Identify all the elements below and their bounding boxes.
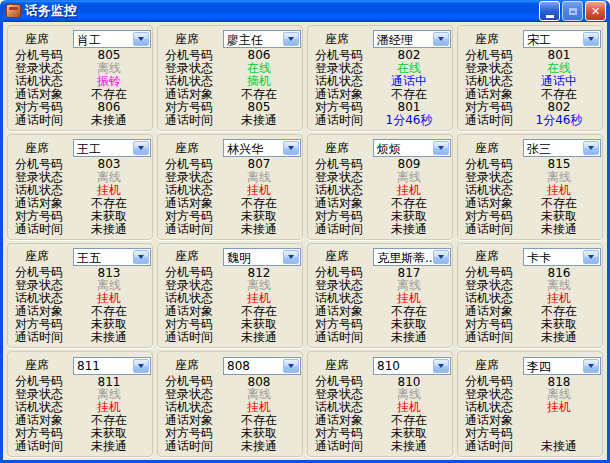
seat-label: 座席 — [15, 140, 73, 157]
seat-select[interactable]: 宋工 — [523, 30, 601, 48]
seat-value: 王工 — [74, 140, 132, 156]
seat-select[interactable]: 810 — [373, 357, 451, 375]
call-duration-label: 通话时间 — [465, 112, 523, 129]
call-duration-value: 未接通 — [373, 329, 445, 346]
chevron-down-icon[interactable] — [283, 32, 299, 46]
call-duration-value: 未接通 — [373, 438, 445, 455]
chevron-down-icon[interactable] — [133, 359, 149, 373]
agent-panel: 座席 808 分机号码 808 登录状态 离线 话机状态 挂机 通话对象 不存在… — [157, 351, 303, 457]
call-duration-value: 未接通 — [223, 329, 295, 346]
agent-panel: 座席 廖主任 分机号码 806 登录状态 在线 话机状态 摘机 通话对象 不存在… — [157, 25, 303, 131]
seat-label: 座席 — [165, 31, 223, 48]
seat-select[interactable]: 张三 — [523, 139, 601, 157]
seat-label: 座席 — [165, 357, 223, 374]
seat-label: 座席 — [315, 357, 373, 374]
call-duration-value: 未接通 — [73, 329, 145, 346]
arrow-glyph — [138, 364, 144, 368]
seat-value: 811 — [74, 358, 132, 374]
titlebar: 话务监控 ✕ — [0, 0, 610, 22]
seat-label: 座席 — [315, 31, 373, 48]
call-duration-row: 通话时间 未接通 — [465, 223, 595, 236]
chevron-down-icon[interactable] — [283, 359, 299, 373]
chevron-down-icon[interactable] — [433, 32, 449, 46]
chevron-down-icon[interactable] — [583, 359, 599, 373]
chevron-down-icon[interactable] — [283, 250, 299, 264]
panels-grid: 座席 肖工 分机号码 805 登录状态 离线 话机状态 振铃 通话对象 不存在 … — [7, 25, 603, 457]
call-duration-label: 通话时间 — [15, 438, 73, 455]
seat-value: 克里斯蒂... — [374, 249, 432, 265]
call-duration-row: 通话时间 未接通 — [315, 223, 445, 236]
seat-value: 潘经理 — [374, 31, 432, 47]
seat-select[interactable]: 克里斯蒂... — [373, 248, 451, 266]
agent-panel: 座席 克里斯蒂... 分机号码 817 登录状态 离线 话机状态 挂机 通话对象… — [307, 243, 453, 349]
call-duration-label: 通话时间 — [315, 329, 373, 346]
agent-panel: 座席 李四 分机号码 818 登录状态 离线 话机状态 挂机 通话对象 对方号码 — [457, 351, 603, 457]
chevron-down-icon[interactable] — [433, 141, 449, 155]
seat-select[interactable]: 811 — [73, 357, 151, 375]
call-duration-value: 未接通 — [223, 112, 295, 129]
call-duration-row: 通话时间 未接通 — [15, 223, 145, 236]
chevron-down-icon[interactable] — [133, 250, 149, 264]
agent-panel: 座席 潘经理 分机号码 802 登录状态 在线 话机状态 通话中 通话对象 不存… — [307, 25, 453, 131]
agent-panel: 座席 肖工 分机号码 805 登录状态 离线 话机状态 振铃 通话对象 不存在 … — [7, 25, 153, 131]
agent-panel: 座席 魏明 分机号码 812 登录状态 离线 话机状态 挂机 通话对象 不存在 … — [157, 243, 303, 349]
agent-panel: 座席 王五 分机号码 813 登录状态 离线 话机状态 挂机 通话对象 不存在 … — [7, 243, 153, 349]
maximize-button[interactable] — [562, 1, 583, 21]
seat-select[interactable]: 潘经理 — [373, 30, 451, 48]
seat-value: 810 — [374, 358, 432, 374]
chevron-down-icon[interactable] — [583, 32, 599, 46]
arrow-glyph — [588, 255, 594, 259]
call-duration-label: 通话时间 — [165, 112, 223, 129]
seat-value: 张三 — [524, 140, 582, 156]
call-duration-value: 未接通 — [373, 221, 445, 238]
seat-select[interactable]: 王工 — [73, 139, 151, 157]
chevron-down-icon[interactable] — [133, 141, 149, 155]
agent-panel: 座席 烦烦 分机号码 809 登录状态 离线 话机状态 挂机 通话对象 不存在 … — [307, 134, 453, 240]
arrow-glyph — [438, 364, 444, 368]
call-duration-value: 未接通 — [73, 221, 145, 238]
minimize-icon — [546, 15, 554, 18]
seat-value: 李四 — [524, 358, 582, 374]
seat-select[interactable]: 王五 — [73, 248, 151, 266]
chevron-down-icon[interactable] — [433, 359, 449, 373]
app-window: 话务监控 ✕ 座席 肖工 分机号码 805 登录状态 离线 话机状态 振铃 — [0, 0, 610, 463]
chevron-down-icon[interactable] — [433, 250, 449, 264]
chevron-down-icon[interactable] — [583, 141, 599, 155]
agent-panel: 座席 宋工 分机号码 801 登录状态 在线 话机状态 通话中 通话对象 不存在… — [457, 25, 603, 131]
chevron-down-icon[interactable] — [583, 250, 599, 264]
seat-label: 座席 — [315, 248, 373, 265]
seat-select[interactable]: 廖主任 — [223, 30, 301, 48]
arrow-glyph — [138, 37, 144, 41]
client-area: 座席 肖工 分机号码 805 登录状态 离线 话机状态 振铃 通话对象 不存在 … — [3, 22, 607, 460]
arrow-glyph — [438, 37, 444, 41]
window-title: 话务监控 — [25, 2, 539, 20]
arrow-glyph — [438, 146, 444, 150]
call-duration-label: 通话时间 — [465, 329, 523, 346]
seat-select[interactable]: 卡卡 — [523, 248, 601, 266]
call-duration-row: 通话时间 未接通 — [15, 114, 145, 127]
chevron-down-icon[interactable] — [283, 141, 299, 155]
call-duration-label: 通话时间 — [165, 329, 223, 346]
seat-select[interactable]: 林兴华 — [223, 139, 301, 157]
chevron-down-icon[interactable] — [133, 32, 149, 46]
seat-label: 座席 — [315, 140, 373, 157]
call-duration-label: 通话时间 — [165, 438, 223, 455]
seat-value: 808 — [224, 358, 282, 374]
seat-value: 卡卡 — [524, 249, 582, 265]
seat-select[interactable]: 魏明 — [223, 248, 301, 266]
agent-panel: 座席 张三 分机号码 815 登录状态 离线 话机状态 挂机 通话对象 不存在 … — [457, 134, 603, 240]
seat-select[interactable]: 烦烦 — [373, 139, 451, 157]
call-duration-value: 1分46秒 — [523, 112, 595, 129]
seat-select[interactable]: 808 — [223, 357, 301, 375]
call-duration-row: 通话时间 未接通 — [165, 440, 295, 453]
window-controls: ✕ — [539, 1, 606, 21]
seat-select[interactable]: 李四 — [523, 357, 601, 375]
seat-select[interactable]: 肖工 — [73, 30, 151, 48]
close-button[interactable]: ✕ — [585, 1, 606, 21]
call-duration-row: 通话时间 未接通 — [465, 331, 595, 344]
arrow-glyph — [288, 37, 294, 41]
call-duration-value: 未接通 — [73, 438, 145, 455]
minimize-button[interactable] — [539, 1, 560, 21]
call-duration-row: 通话时间 未接通 — [165, 114, 295, 127]
seat-value: 林兴华 — [224, 140, 282, 156]
